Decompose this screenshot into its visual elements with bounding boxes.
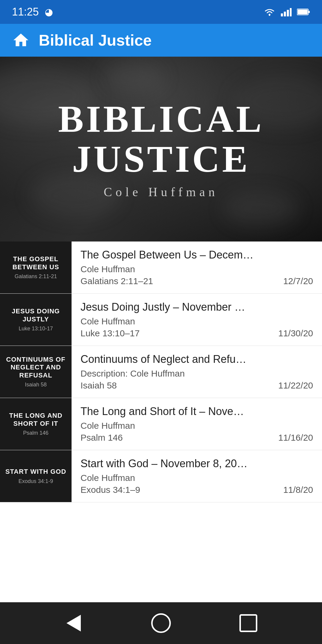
sermon-item[interactable]: THE LONG AND SHORT OF ITPsalm 146The Lon… <box>0 398 322 450</box>
sermon-title: Start with God – November 8, 20… <box>80 457 313 470</box>
sermon-meta: Galatians 2:11–2112/7/20 <box>80 276 313 286</box>
back-button[interactable] <box>62 611 86 635</box>
app-bar: Biblical Justice <box>0 24 322 57</box>
sermon-list: THE GOSPEL BETWEEN USGalatians 2:11-21Th… <box>0 242 322 602</box>
sermon-meta: Exodus 34:1–911/8/20 <box>80 485 313 495</box>
sermon-passage: Exodus 34:1–9 <box>80 485 140 495</box>
thumbnail-verse: Isaiah 58 <box>25 382 47 388</box>
svg-rect-2 <box>284 12 286 16</box>
cloud-decoration-4 <box>224 191 298 227</box>
sermon-passage: Luke 13:10–17 <box>80 328 140 338</box>
hero-banner: BIBLICALJUSTICE Cole Huffman <box>0 57 322 242</box>
sermon-speaker: Description: Cole Huffman <box>80 369 313 379</box>
sermon-item[interactable]: CONTINUUMS OF NEGLECT AND REFUSALIsaiah … <box>0 346 322 398</box>
sermon-item[interactable]: START WITH GODExodus 34:1-9Start with Go… <box>0 450 322 502</box>
thumbnail-title: START WITH GOD <box>5 468 66 476</box>
thumbnail-title: THE LONG AND SHORT OF IT <box>5 412 67 428</box>
home-button[interactable] <box>149 611 173 635</box>
sermon-date: 11/30/20 <box>278 328 313 338</box>
sermon-info: Continuums of Neglect and Refu…Descripti… <box>72 346 322 398</box>
thumbnail-title: JESUS DOING JUSTLY <box>5 307 67 323</box>
thumbnail-verse: Galatians 2:11-21 <box>15 273 57 280</box>
sermon-date: 11/22/20 <box>278 380 313 391</box>
sermon-title: The Long and Short of It – Nove… <box>80 405 313 418</box>
status-bar-right <box>264 7 310 16</box>
sermon-title: Continuums of Neglect and Refu… <box>80 353 313 366</box>
thumbnail-verse: Luke 13:10-17 <box>18 326 53 332</box>
notification-icon: ◕ <box>45 6 53 18</box>
sermon-title: The Gospel Between Us – Decem… <box>80 249 313 261</box>
thumbnail-title: THE GOSPEL BETWEEN US <box>5 255 67 271</box>
wifi-icon <box>264 7 275 16</box>
sermon-date: 11/8/20 <box>283 485 313 495</box>
sermon-thumbnail: START WITH GODExodus 34:1-9 <box>0 450 72 502</box>
thumbnail-verse: Exodus 34:1-9 <box>18 478 53 484</box>
svg-point-0 <box>269 14 270 16</box>
sermon-passage: Galatians 2:11–21 <box>80 276 153 286</box>
thumbnail-verse: Psalm 146 <box>23 430 48 436</box>
sermon-thumbnail: CONTINUUMS OF NEGLECT AND REFUSALIsaiah … <box>0 346 72 398</box>
sermon-info: Start with God – November 8, 20…Cole Huf… <box>72 450 322 502</box>
cloud-decoration-5 <box>104 63 164 92</box>
svg-rect-3 <box>287 10 289 16</box>
svg-rect-6 <box>298 10 308 14</box>
sermon-passage: Isaiah 58 <box>80 380 117 391</box>
status-bar-left: 11:25 ◕ <box>12 6 53 18</box>
sermon-speaker: Cole Huffman <box>80 264 313 274</box>
sermon-thumbnail: JESUS DOING JUSTLYLuke 13:10-17 <box>0 294 72 346</box>
sermon-date: 11/16/20 <box>278 433 313 443</box>
hero-title: BIBLICALJUSTICE <box>58 99 264 179</box>
sermon-meta: Isaiah 5811/22/20 <box>80 380 313 391</box>
sermon-item[interactable]: JESUS DOING JUSTLYLuke 13:10-17Jesus Doi… <box>0 294 322 346</box>
signal-icon <box>281 7 292 16</box>
home-icon[interactable] <box>12 31 30 49</box>
sermon-meta: Luke 13:10–1711/30/20 <box>80 328 313 338</box>
sermon-info: The Gospel Between Us – Decem…Cole Huffm… <box>72 242 322 293</box>
svg-rect-1 <box>281 13 283 16</box>
sermon-thumbnail: THE GOSPEL BETWEEN USGalatians 2:11-21 <box>0 242 72 293</box>
thumbnail-title: CONTINUUMS OF NEGLECT AND REFUSAL <box>5 356 67 379</box>
sermon-speaker: Cole Huffman <box>80 473 313 483</box>
sermon-speaker: Cole Huffman <box>80 421 313 431</box>
sermon-meta: Psalm 14611/16/20 <box>80 433 313 443</box>
sermon-item[interactable]: THE GOSPEL BETWEEN USGalatians 2:11-21Th… <box>0 242 322 294</box>
sermon-info: Jesus Doing Justly – November …Cole Huff… <box>72 294 322 346</box>
sermon-speaker: Cole Huffman <box>80 316 313 326</box>
nav-bar <box>0 602 322 644</box>
status-bar: 11:25 ◕ <box>0 0 322 24</box>
hero-author: Cole Huffman <box>104 185 219 199</box>
sermon-date: 12/7/20 <box>283 276 313 286</box>
battery-icon <box>297 8 310 16</box>
app-bar-title: Biblical Justice <box>39 31 152 49</box>
svg-rect-7 <box>308 11 310 13</box>
recent-button[interactable] <box>236 611 260 635</box>
sermon-passage: Psalm 146 <box>80 433 123 443</box>
svg-rect-4 <box>290 8 292 16</box>
sermon-info: The Long and Short of It – Nove…Cole Huf… <box>72 398 322 450</box>
sermon-title: Jesus Doing Justly – November … <box>80 301 313 313</box>
sermon-thumbnail: THE LONG AND SHORT OF ITPsalm 146 <box>0 398 72 450</box>
time-display: 11:25 <box>12 6 39 18</box>
